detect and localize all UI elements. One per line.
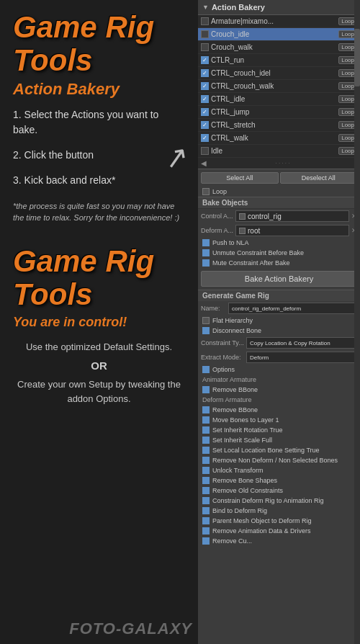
mute-constraint-checkbox[interactable] bbox=[202, 259, 210, 267]
action-checkbox-4[interactable]: ✓ bbox=[201, 69, 209, 77]
step3-text: 3. Kick back and relax* bbox=[13, 173, 185, 188]
unlock-transform-label: Unlock Transform bbox=[212, 467, 264, 474]
inherit-rotation-checkbox[interactable] bbox=[202, 426, 210, 434]
control-a-field[interactable]: control_rig bbox=[235, 210, 349, 222]
action-name-2: Crouch_walk bbox=[211, 43, 336, 51]
push-nla-checkbox[interactable] bbox=[202, 239, 210, 246]
step-3: 3. Kick back and relax* bbox=[13, 173, 185, 192]
unmute-constraint-checkbox[interactable] bbox=[202, 249, 210, 256]
deform-a-label: Deform A... bbox=[201, 227, 233, 234]
body-text-1: Use the optimized Default Settings. bbox=[13, 340, 185, 354]
control-a-label: Control A... bbox=[201, 213, 233, 220]
play-icon[interactable]: ◀ bbox=[201, 159, 207, 167]
step-2: 2. Click the button ↗ bbox=[13, 148, 185, 167]
action-row[interactable]: ✓ CTRL_jump Loop bbox=[198, 106, 360, 119]
move-bones-checkbox[interactable] bbox=[202, 416, 210, 424]
inherit-scale-checkbox[interactable] bbox=[202, 437, 210, 444]
move-bones-row: Move Bones to Layer 1 bbox=[198, 415, 360, 425]
local-location-checkbox[interactable] bbox=[202, 447, 210, 454]
bind-deform-row: Bind to Deform Rig bbox=[198, 506, 360, 516]
playback-row: ◀ · · · · · bbox=[198, 158, 360, 169]
action-checkbox-3[interactable]: ✓ bbox=[201, 56, 209, 64]
unlock-transform-checkbox[interactable] bbox=[202, 467, 210, 474]
bake-objects-header: Bake Objects bbox=[198, 197, 360, 209]
panel-collapse-icon[interactable]: ▼ bbox=[202, 4, 209, 11]
move-bones-label: Move Bones to Layer 1 bbox=[212, 416, 279, 424]
extract-mode-label: Extract Mode: bbox=[201, 354, 244, 361]
flat-hierarchy-checkbox[interactable] bbox=[202, 317, 210, 324]
select-all-button[interactable]: Select All bbox=[201, 172, 279, 184]
parent-mesh-checkbox[interactable] bbox=[202, 517, 210, 524]
right-panel: ▼ Action Bakery Armature|mixamo... Loop … bbox=[198, 0, 360, 644]
timeline-dots: · · · · · bbox=[208, 160, 357, 166]
remove-bbone-row: Remove BBone bbox=[198, 405, 360, 415]
action-row[interactable]: Crouch_idle Loop bbox=[198, 28, 360, 41]
scrollbar-thumb[interactable] bbox=[354, 29, 360, 86]
generate-rig-section: Generate Game Rig Name: control_rig_defo… bbox=[198, 290, 360, 546]
remove-custom-row: Remove Cu... bbox=[198, 536, 360, 546]
deform-a-field[interactable]: root bbox=[235, 225, 349, 236]
action-row[interactable]: ✓ CTRL_crouch_walk Loop bbox=[198, 80, 360, 93]
remove-bbone-label: Remove BBone bbox=[212, 406, 258, 413]
extract-mode-select[interactable]: Deform bbox=[246, 352, 357, 363]
bake-action-button[interactable]: Bake Action Bakery bbox=[201, 271, 357, 287]
control-a-row: Control A... control_rig ✕ bbox=[198, 209, 360, 223]
remove-custom-checkbox[interactable] bbox=[202, 537, 210, 545]
action-checkbox-0[interactable] bbox=[201, 17, 209, 25]
remove-old-checkbox[interactable] bbox=[202, 487, 210, 494]
options-checkbox[interactable] bbox=[202, 366, 210, 373]
scrollbar-track bbox=[354, 0, 360, 644]
remove-bbone-checkbox[interactable] bbox=[202, 406, 210, 413]
remove-old-label: Remove Old Constraints bbox=[212, 487, 283, 494]
deselect-all-button[interactable]: Deselect All bbox=[280, 172, 358, 184]
remove-bbone-anim-checkbox[interactable] bbox=[202, 386, 210, 393]
loop-checkbox[interactable] bbox=[202, 188, 210, 195]
or-text: OR bbox=[13, 359, 185, 372]
disconnect-bone-checkbox[interactable] bbox=[202, 327, 210, 334]
inherit-scale-label: Set Inherit Scale Full bbox=[212, 437, 272, 444]
step-1: 1. Select the Actions you want to bake. bbox=[13, 107, 185, 142]
panel-title: Action Bakery bbox=[212, 3, 265, 12]
action-row[interactable]: Idle Loop bbox=[198, 145, 360, 158]
constraint-type-select[interactable]: Copy Location & Copy Rotation bbox=[246, 337, 357, 349]
action-row[interactable]: Crouch_walk Loop bbox=[198, 41, 360, 54]
flat-hierarchy-row: Flat Hierarchy bbox=[198, 316, 360, 326]
action-checkbox-2[interactable] bbox=[201, 43, 209, 51]
action-checkbox-1[interactable] bbox=[201, 30, 209, 38]
remove-shapes-checkbox[interactable] bbox=[202, 477, 210, 484]
action-row[interactable]: ✓ CTRL_crouch_idel Loop bbox=[198, 67, 360, 80]
action-name-9: CTRL_walk bbox=[211, 134, 336, 142]
remove-old-row: Remove Old Constraints bbox=[198, 486, 360, 496]
action-row[interactable]: ✓ CTRL_walk Loop bbox=[198, 132, 360, 145]
action-checkbox-5[interactable]: ✓ bbox=[201, 82, 209, 90]
action-name-0: Armature|mixamo... bbox=[211, 17, 336, 25]
action-checkbox-9[interactable]: ✓ bbox=[201, 134, 209, 142]
remove-bbone-anim-label: Remove BBone bbox=[212, 386, 258, 393]
remove-non-deform-row: Remove Non Deform / Non Selected Bones bbox=[198, 455, 360, 465]
deform-a-icon bbox=[239, 228, 246, 234]
divider-section: Game Rig Tools You are in control! Use t… bbox=[13, 245, 185, 411]
inherit-scale-row: Set Inherit Scale Full bbox=[198, 435, 360, 445]
deform-a-row: Deform A... root ✕ bbox=[198, 223, 360, 238]
action-checkbox-6[interactable]: ✓ bbox=[201, 95, 209, 103]
action-row[interactable]: ✓ CTRL_stretch Loop bbox=[198, 119, 360, 132]
remove-anim-checkbox[interactable] bbox=[202, 527, 210, 535]
name-row: Name: control_rig_deform_deform bbox=[198, 301, 360, 316]
bind-deform-checkbox[interactable] bbox=[202, 507, 210, 514]
action-row[interactable]: ✓ CTRL_idle Loop bbox=[198, 93, 360, 106]
action-row[interactable]: ✓ CTLR_run Loop bbox=[198, 54, 360, 67]
local-location-row: Set Local Location Bone Setting True bbox=[198, 445, 360, 455]
action-checkbox-7[interactable]: ✓ bbox=[201, 108, 209, 116]
left-panel: Game Rig Tools Action Bakery 1. Select t… bbox=[0, 0, 198, 644]
game-rig-title-2: Game Rig Tools bbox=[13, 245, 185, 311]
action-checkbox-8[interactable]: ✓ bbox=[201, 121, 209, 129]
constrain-deform-checkbox[interactable] bbox=[202, 497, 210, 504]
step2-text: 2. Click the button bbox=[13, 148, 185, 163]
you-control-subtitle: You are in control! bbox=[13, 315, 185, 330]
remove-non-deform-checkbox[interactable] bbox=[202, 457, 210, 464]
unlock-transform-row: Unlock Transform bbox=[198, 465, 360, 475]
action-row[interactable]: Armature|mixamo... Loop bbox=[198, 15, 360, 28]
action-checkbox-10[interactable] bbox=[201, 147, 209, 155]
name-input[interactable]: control_rig_deform_deform bbox=[228, 303, 357, 314]
constraint-type-row: Constraint Ty... Copy Location & Copy Ro… bbox=[198, 336, 360, 350]
